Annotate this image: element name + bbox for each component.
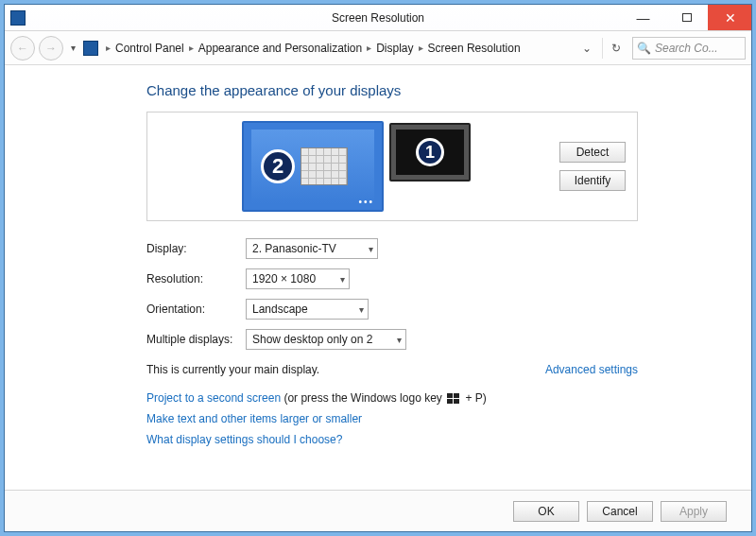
monitor-1[interactable]: 1 xyxy=(389,123,471,182)
monitor-1-number: 1 xyxy=(416,138,444,166)
monitor-2[interactable]: 2 ••• xyxy=(242,121,384,212)
search-icon: 🔍 xyxy=(637,42,651,55)
page-title: Change the appearance of your displays xyxy=(146,82,638,98)
ok-button[interactable]: OK xyxy=(513,501,579,522)
button-bar: OK Cancel Apply xyxy=(5,490,751,531)
identify-button[interactable]: Identify xyxy=(559,170,626,191)
breadcrumb-item[interactable]: Appearance and Personalization xyxy=(198,42,362,55)
monitor-layout[interactable]: 2 ••• 1 xyxy=(159,121,554,212)
project-second-screen-link[interactable]: Project to a second screen xyxy=(146,391,281,405)
forward-button[interactable]: → xyxy=(39,36,63,61)
chevron-down-icon: ▾ xyxy=(359,304,364,315)
orientation-label: Orientation: xyxy=(146,303,246,316)
content-area: Change the appearance of your displays 2… xyxy=(5,65,751,490)
breadcrumb-item[interactable]: Display xyxy=(376,42,413,55)
windows-logo-icon xyxy=(447,393,460,405)
close-button[interactable]: ✕ xyxy=(708,5,751,30)
resolution-select-value: 1920 × 1080 xyxy=(252,272,316,285)
search-input[interactable]: 🔍 Search Co... xyxy=(632,37,746,60)
refresh-button[interactable]: ↻ xyxy=(602,38,623,59)
cancel-button[interactable]: Cancel xyxy=(587,501,653,522)
orientation-select-value: Landscape xyxy=(252,303,308,316)
advanced-settings-link[interactable]: Advanced settings xyxy=(545,363,638,376)
display-select[interactable]: 2. Panasonic-TV ▾ xyxy=(246,238,378,259)
window-controls: — ✕ xyxy=(621,5,751,30)
display-help-link[interactable]: What display settings should I choose? xyxy=(146,433,342,446)
display-arrangement-box: 2 ••• 1 Detect Identify xyxy=(146,112,638,221)
chevron-down-icon: ▾ xyxy=(397,335,402,345)
breadcrumb-item[interactable]: Screen Resolution xyxy=(428,42,521,55)
desktop-grid-icon xyxy=(301,147,348,185)
minimize-button[interactable]: — xyxy=(621,5,664,30)
titlebar: Screen Resolution — ✕ xyxy=(5,5,751,31)
maximize-button[interactable] xyxy=(664,5,708,30)
window: Screen Resolution — ✕ ← → ▾ ▸ Control Pa… xyxy=(4,4,752,532)
apply-button[interactable]: Apply xyxy=(661,501,727,522)
main-display-note: This is currently your main display. xyxy=(146,363,319,376)
chevron-down-icon: ▾ xyxy=(340,274,345,285)
history-dropdown-icon[interactable]: ▾ xyxy=(67,43,79,53)
orientation-select[interactable]: Landscape ▾ xyxy=(246,299,369,320)
chevron-down-icon: ▾ xyxy=(369,244,373,254)
search-placeholder: Search Co... xyxy=(655,42,718,55)
nav-bar: ← → ▾ ▸ Control Panel ▸ Appearance and P… xyxy=(5,31,751,65)
multiple-displays-select-value: Show desktop only on 2 xyxy=(252,333,372,346)
text-scaling-link[interactable]: Make text and other items larger or smal… xyxy=(146,412,362,425)
app-icon xyxy=(10,10,26,26)
path-icon xyxy=(83,41,98,56)
back-button[interactable]: ← xyxy=(10,36,35,61)
display-label: Display: xyxy=(146,242,246,255)
project-hint-text-b: + P) xyxy=(462,391,487,405)
breadcrumb[interactable]: ▸ Control Panel ▸ Appearance and Persona… xyxy=(104,42,576,55)
multiple-displays-label: Multiple displays: xyxy=(146,333,246,346)
monitor-2-number: 2 xyxy=(261,149,295,183)
breadcrumb-item[interactable]: Control Panel xyxy=(115,42,184,55)
multiple-displays-select[interactable]: Show desktop only on 2 ▾ xyxy=(246,329,406,350)
display-select-value: 2. Panasonic-TV xyxy=(252,242,336,255)
resolution-select[interactable]: 1920 × 1080 ▾ xyxy=(246,268,350,289)
detect-button[interactable]: Detect xyxy=(559,142,626,163)
resolution-label: Resolution: xyxy=(146,272,246,285)
resize-handle-icon: ••• xyxy=(358,197,374,207)
path-dropdown-icon[interactable]: ⌄ xyxy=(579,42,594,55)
project-hint: Project to a second screen (or press the… xyxy=(146,391,638,405)
project-hint-text-a: (or press the Windows logo key xyxy=(281,391,445,405)
